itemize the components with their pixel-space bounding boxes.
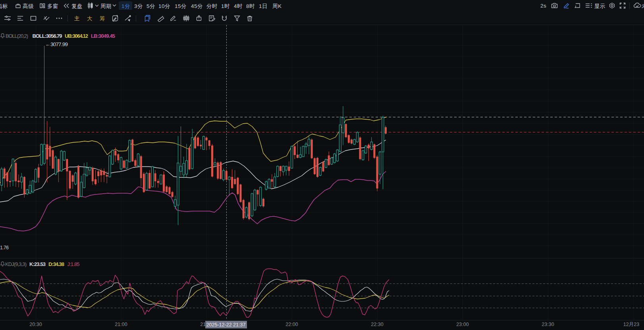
svg-text:BOLL:3056.79: BOLL:3056.79 bbox=[33, 33, 62, 39]
svg-text:23:00: 23:00 bbox=[456, 322, 469, 327]
svg-text:KDJ(9,3,3): KDJ(9,3,3) bbox=[5, 261, 27, 267]
svg-text:22:30: 22:30 bbox=[371, 322, 383, 327]
svg-text:3077.99: 3077.99 bbox=[50, 41, 68, 47]
svg-text:D:34.38: D:34.38 bbox=[48, 261, 64, 267]
svg-text:1.76: 1.76 bbox=[0, 245, 9, 250]
svg-text:22:00: 22:00 bbox=[285, 322, 298, 327]
svg-text:LB:3049.45: LB:3049.45 bbox=[91, 33, 115, 39]
svg-text:K:23.53: K:23.53 bbox=[29, 261, 46, 267]
svg-text:20:30: 20:30 bbox=[29, 322, 42, 327]
svg-text:2025-12-22 21:37: 2025-12-22 21:37 bbox=[206, 322, 246, 328]
svg-text:21:00: 21:00 bbox=[115, 322, 127, 327]
svg-text:←: ← bbox=[45, 41, 50, 47]
svg-text:UB:3064.12: UB:3064.12 bbox=[65, 33, 88, 39]
svg-text:23:30: 23:30 bbox=[542, 322, 554, 327]
svg-text:BOLL(20,2): BOLL(20,2) bbox=[6, 33, 28, 39]
svg-text:J:1.85: J:1.85 bbox=[67, 261, 80, 267]
svg-text:12月23: 12月23 bbox=[623, 322, 639, 327]
